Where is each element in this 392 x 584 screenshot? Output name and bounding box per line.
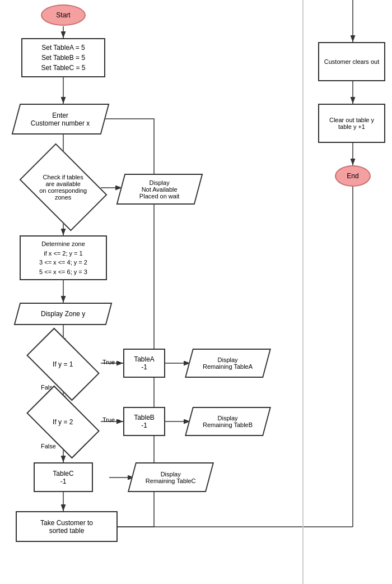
display-remaining-a-shape: Display Remaining TableA [185,349,271,378]
determine-zone-rect: Determine zone if x <= 2; y = 1 3 <= x <… [20,235,107,280]
if-y2-label: If y = 2 [53,418,73,426]
tableA-rect: TableA -1 [123,349,165,378]
tableC-rect: TableC -1 [34,462,93,492]
display-remaining-c-label: Display Remaining TableC [146,471,196,484]
tableC-label: TableC -1 [53,470,73,485]
y2-false-label: False [41,443,56,449]
clear-out-table-rect: Clear out table y table y +1 [318,104,385,143]
display-remaining-b-label: Display Remaining TableB [203,415,253,428]
y2-true-label: True→ [102,416,121,423]
check-tables-diamond: Check if tables are available on corresp… [20,143,108,231]
display-zone-label: Display Zone y [41,310,85,318]
display-not-available-label: Display Not Available Placed on wait [139,179,180,200]
customer-clears-label: Customer clears out [324,58,379,65]
divider-line [302,0,304,584]
display-remaining-a-label: Display Remaining TableA [203,356,253,370]
if-y1-label: If y = 1 [53,360,73,368]
display-remaining-b-shape: Display Remaining TableB [185,407,271,436]
clear-out-table-label: Clear out table y table y +1 [329,117,374,130]
display-not-available-shape: Display Not Available Placed on wait [116,174,203,205]
init-label: Set TableA = 5 Set TableB = 5 Set TableC… [41,43,86,73]
end-oval: End [335,165,371,187]
y1-true-label: True→ [102,359,121,365]
determine-zone-label: Determine zone if x <= 2; y = 1 3 <= x <… [39,239,87,276]
tableA-label: TableA -1 [134,355,155,371]
customer-clears-rect: Customer clears out [318,42,385,81]
display-remaining-c-shape: Display Remaining TableC [128,462,214,492]
if-y2-diamond: If y = 2 [26,386,100,459]
flowchart: Start Set TableA = 5 Set TableB = 5 Set … [0,0,392,584]
display-zone-shape: Display Zone y [14,303,113,325]
start-oval: Start [41,4,86,26]
enter-customer-label: Enter Customer number x [31,112,90,127]
tableB-label: TableB -1 [134,414,155,429]
tableB-rect: TableB -1 [123,407,165,436]
check-tables-label: Check if tables are available on corresp… [39,174,87,201]
if-y1-diamond: If y = 1 [26,328,100,401]
init-rect: Set TableA = 5 Set TableB = 5 Set TableC… [21,38,105,77]
end-label: End [347,172,358,180]
take-customer-label: Take Customer to sorted table [40,519,93,535]
enter-customer-shape: Enter Customer number x [12,104,110,135]
start-label: Start [56,11,70,19]
take-customer-rect: Take Customer to sorted table [16,511,118,542]
